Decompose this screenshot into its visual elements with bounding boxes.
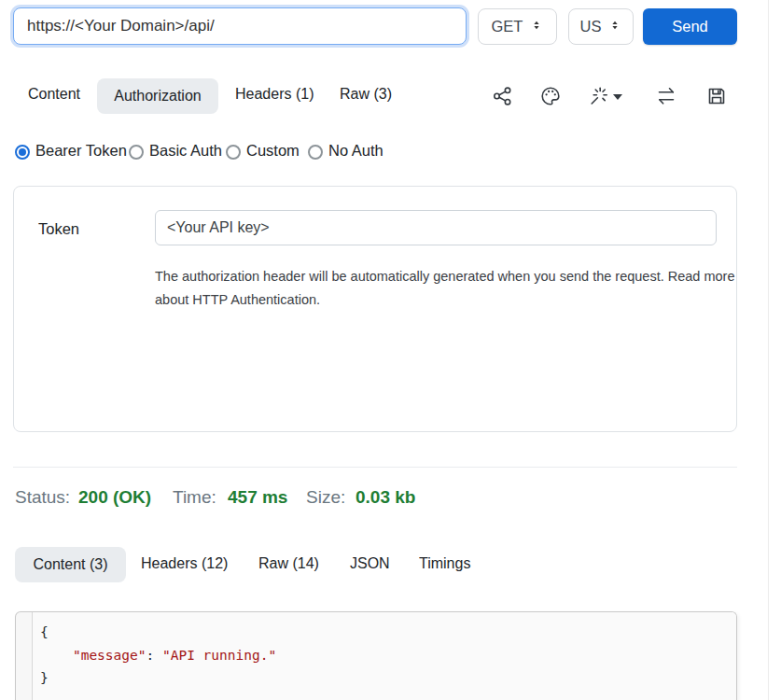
status-value: 200 (OK): [78, 487, 151, 508]
tab-authorization-label: Authorization: [114, 88, 201, 105]
share-nodes-icon: [492, 85, 514, 107]
tab-headers[interactable]: Headers (1): [235, 86, 314, 103]
tab-content[interactable]: Content: [28, 86, 80, 103]
share-button[interactable]: [492, 85, 514, 107]
time-value: 457 ms: [228, 487, 287, 508]
response-body-block: { "message": "API running." }: [15, 611, 737, 700]
radio-bearer-token[interactable]: [15, 145, 30, 160]
api-client-page: GET US Send Content Authorization Header…: [0, 0, 781, 700]
response-tab-timings[interactable]: Timings: [419, 555, 470, 572]
radio-basic-auth-label[interactable]: Basic Auth: [149, 142, 222, 160]
url-input[interactable]: [13, 7, 467, 45]
swap-arrows-icon: [655, 85, 677, 107]
palette-icon: [539, 85, 562, 107]
json-open-brace: {: [40, 624, 49, 639]
size-value: 0.03 kb: [356, 487, 415, 508]
radio-basic-auth[interactable]: [129, 145, 144, 160]
updown-arrows-icon: [608, 18, 621, 35]
json-key: "message": [73, 648, 146, 663]
radio-bearer-token-label[interactable]: Bearer Token: [35, 142, 127, 160]
theme-button[interactable]: [539, 85, 562, 107]
region-select-value: US: [580, 18, 602, 35]
tab-authorization[interactable]: Authorization: [97, 78, 218, 114]
response-tab-json[interactable]: JSON: [350, 555, 390, 572]
response-code-area: { "message": "API running." }: [32, 612, 736, 700]
json-value: "API running.": [162, 648, 276, 663]
token-helper-line1: The authorization header will be automat…: [155, 269, 734, 284]
size-label: Size:: [306, 487, 345, 508]
token-label: Token: [38, 220, 79, 238]
token-helper-line2: about HTTP Authentication.: [155, 292, 320, 307]
magic-sparkle-icon: [588, 85, 610, 107]
response-tab-headers[interactable]: Headers (12): [141, 555, 228, 572]
radio-no-auth-label[interactable]: No Auth: [328, 142, 384, 160]
token-input[interactable]: [155, 210, 717, 245]
region-select[interactable]: US: [568, 8, 634, 45]
send-button[interactable]: Send: [643, 8, 737, 45]
response-tab-content[interactable]: Content (3): [15, 547, 126, 582]
page-edge-line: [768, 0, 769, 700]
chevron-down-icon: [613, 94, 622, 100]
json-separator: :: [146, 648, 162, 663]
generate-code-button[interactable]: [588, 85, 622, 107]
response-json: { "message": "API running." }: [40, 621, 727, 690]
updown-arrows-icon: [530, 18, 543, 35]
section-divider: [13, 467, 737, 468]
json-indent: [40, 648, 73, 663]
tab-raw[interactable]: Raw (3): [340, 86, 392, 103]
radio-custom[interactable]: [226, 145, 241, 160]
time-label: Time:: [173, 487, 216, 508]
radio-no-auth[interactable]: [308, 145, 323, 160]
json-close-brace: }: [40, 670, 49, 685]
response-tab-content-label: Content (3): [33, 556, 107, 573]
status-label: Status:: [15, 487, 70, 508]
method-select-value: GET: [492, 18, 523, 35]
save-button[interactable]: [705, 85, 728, 107]
method-select[interactable]: GET: [478, 8, 557, 45]
response-tab-raw[interactable]: Raw (14): [258, 555, 319, 572]
save-floppy-icon: [705, 85, 728, 107]
radio-custom-label[interactable]: Custom: [246, 142, 300, 160]
compare-button[interactable]: [655, 85, 677, 107]
